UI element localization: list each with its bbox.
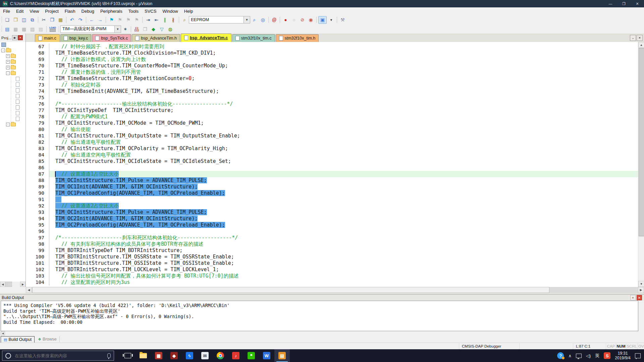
scroll-down-icon[interactable]: ▼: [638, 281, 644, 287]
undo-icon[interactable]: ↶: [68, 16, 76, 23]
project-tree-row[interactable]: [0, 42, 25, 48]
code-line[interactable]: 94TIM_OC2Init(ADVANCE_TIM, &TIM_OCInitSt…: [26, 216, 638, 222]
code-line[interactable]: 79TIM_OCInitStructure.TIM_OCMode = TIM_O…: [26, 120, 638, 126]
menu-item-debug[interactable]: Debug: [78, 7, 97, 15]
tab-close-button[interactable]: ✕: [637, 35, 643, 41]
taskbar-search-box[interactable]: [2, 351, 114, 361]
code-line[interactable]: 74TIM_TimeBaseInit(ADVANCE_TIM, &TIM_Tim…: [26, 88, 638, 95]
code-line[interactable]: 92 // 设置通道2占空比大小: [26, 203, 638, 209]
scroll-left-icon[interactable]: ◀: [26, 287, 32, 293]
project-panel-close-button[interactable]: ✕: [18, 35, 23, 40]
output-tab-browse[interactable]: ❖Browse: [35, 336, 60, 342]
target-select-combobox[interactable]: TIM—高级定时器-PWM: [60, 25, 115, 33]
chrome-icon[interactable]: [213, 349, 228, 362]
stop-build-icon[interactable]: ▧: [37, 25, 45, 33]
code-line[interactable]: 77TIM_OCInitTypeDef TIM_OCInitStructure;: [26, 107, 638, 114]
code-line[interactable]: 78 // 配置为PWM模式1: [26, 114, 638, 120]
close-button[interactable]: ✕: [631, 0, 644, 7]
question-mark-tray-icon[interactable]: ?: [557, 352, 564, 359]
build-output-vertical-scrollbar[interactable]: [639, 301, 643, 331]
disable-all-breakpoints-icon[interactable]: ⊘: [299, 16, 306, 23]
code-line[interactable]: 86: [26, 165, 638, 171]
find-in-files-icon[interactable]: ⌕: [181, 16, 189, 23]
project-tree-row[interactable]: +: [0, 53, 25, 59]
project-tree-row[interactable]: [0, 76, 25, 82]
save-all-icon[interactable]: ⧉: [29, 16, 36, 23]
code-line[interactable]: 69 // 计数器计数模式，设置为向上计数: [26, 56, 638, 63]
batch-build-icon[interactable]: ▨: [29, 25, 36, 33]
manage-run-time-environment-icon[interactable]: ◆: [150, 25, 157, 33]
menu-item-help[interactable]: Help: [181, 7, 196, 15]
app-red-icon[interactable]: ▦: [151, 349, 166, 362]
speaker-icon[interactable]: ◁): [586, 353, 591, 358]
menu-item-flash[interactable]: Flash: [62, 7, 78, 15]
active-app-icon[interactable]: ▤: [274, 349, 290, 362]
menu-item-view[interactable]: View: [26, 7, 42, 15]
tab-bsp_key.c[interactable]: bsp_key.c: [60, 34, 91, 42]
project-tree-row[interactable]: +: [0, 59, 25, 65]
code-line[interactable]: 89TIM_OC1Init(ADVANCE_TIM, &TIM_OCInitSt…: [26, 184, 638, 190]
collapse-minus-icon[interactable]: -: [6, 123, 10, 126]
output-tab-build-output[interactable]: ▤Build Output: [1, 336, 35, 343]
scroll-left-icon[interactable]: ◀: [0, 282, 5, 287]
code-line[interactable]: 96: [26, 228, 638, 235]
code-line[interactable]: 93TIM_OCInitStructure.TIM_Pulse = ADVANC…: [26, 209, 638, 216]
code-line[interactable]: 72TIM_TimeBaseStructure.TIM_RepetitionCo…: [26, 75, 638, 82]
minimize-button[interactable]: —: [604, 0, 617, 7]
editor-vertical-scrollbar[interactable]: ▲ ▼: [638, 42, 644, 287]
project-tree-row[interactable]: -: [0, 48, 25, 53]
build-output-log[interactable]: *** Using Compiler 'V5.06 update 4 (buil…: [1, 301, 638, 331]
code-line[interactable]: 85TIM_OCInitStructure.TIM_OCIdleState = …: [26, 158, 638, 165]
tab-main.c[interactable]: main.c: [35, 34, 60, 42]
code-line[interactable]: 97/*--------------------刹车和死区结构体初始化-----…: [26, 235, 638, 241]
editor-vscroll-thumb[interactable]: [639, 48, 644, 236]
code-line[interactable]: 80 // 输出使能: [26, 126, 638, 133]
configure-wrench-icon[interactable]: ⚒: [339, 16, 346, 23]
project-tree-row[interactable]: [0, 87, 25, 93]
task-view-icon[interactable]: [120, 349, 136, 362]
code-line[interactable]: 104 // 这里配置的死区时间为3us: [26, 279, 638, 286]
code-line[interactable]: 88TIM_OCInitStructure.TIM_Pulse = ADVANC…: [26, 177, 638, 184]
build-icon[interactable]: ▦: [12, 25, 19, 33]
tab-list-dropdown-button[interactable]: ⌄: [630, 35, 636, 41]
pin-icon[interactable]: +: [630, 295, 636, 300]
code-line[interactable]: 98 // 有关刹车和死区结构体的成员具体可参考BDTR寄存器的描述: [26, 241, 638, 247]
code-editor[interactable]: 67 // 时钟分频因子 ，配置死区时间时需要用到68TIM_TimeBaseS…: [26, 42, 638, 287]
new-file-icon[interactable]: ❏: [3, 16, 11, 23]
project-tree-row[interactable]: +: [0, 65, 25, 70]
save-icon[interactable]: ◫: [20, 16, 28, 23]
project-tree-row[interactable]: [0, 116, 25, 122]
scroll-right-icon[interactable]: ▶: [20, 282, 25, 287]
expand-plus-icon[interactable]: +: [6, 54, 10, 58]
mail-icon[interactable]: ✉: [197, 349, 213, 362]
code-line[interactable]: 90TIM_OC1PreloadConfig(ADVANCE_TIM, TIM_…: [26, 190, 638, 196]
collapse-minus-icon[interactable]: -: [1, 49, 5, 52]
tab-stm32f10x_tim.c[interactable]: stm32f10x_tim.c: [232, 34, 275, 42]
code-line[interactable]: 83TIM_OCInitStructure.TIM_OCPolarity = T…: [26, 145, 638, 152]
taskbar-clock[interactable]: 19:31 2019/9/4: [615, 351, 631, 360]
menu-item-edit[interactable]: Edit: [13, 7, 26, 15]
menu-item-svcs[interactable]: SVCS: [142, 7, 159, 15]
project-tree-row[interactable]: -: [0, 70, 25, 76]
editor-hscroll-thumb[interactable]: [32, 287, 549, 293]
code-line[interactable]: 103 // 输出比较信号死区时间配置，具体如何计算可参考 BDTR:UTG[7…: [26, 273, 638, 279]
project-panel-menu-button[interactable]: ▣: [12, 35, 17, 40]
microphone-icon[interactable]: [107, 353, 111, 358]
insert-breakpoint-icon[interactable]: ●: [282, 16, 289, 23]
code-line[interactable]: 99TIM_BDTRInitTypeDef TIM_BDTRInitStruct…: [26, 247, 638, 254]
code-line[interactable]: 81TIM_OCInitStructure.TIM_OutputState = …: [26, 133, 638, 139]
rebuild-all-icon[interactable]: ▩: [20, 25, 28, 33]
thunder-icon[interactable]: ϟ: [182, 349, 197, 362]
menu-item-project[interactable]: Project: [42, 7, 61, 15]
close-icon[interactable]: ✕: [637, 295, 642, 300]
code-line[interactable]: 102TIM_BDTRInitStructure.TIM_LOCKLevel =…: [26, 266, 638, 273]
cut-icon[interactable]: ✂: [40, 16, 48, 23]
debug-windows-icon[interactable]: ▣: [318, 16, 327, 24]
menu-item-window[interactable]: Window: [159, 7, 181, 15]
search-combobox-dropdown[interactable]: ▼: [244, 16, 250, 23]
project-tree-row[interactable]: [0, 82, 25, 87]
tray-expand-chevron-icon[interactable]: ∧: [568, 353, 572, 358]
menu-item-peripherals[interactable]: Peripherals: [97, 7, 125, 15]
bookmark-prev-icon[interactable]: ⚑: [116, 16, 124, 23]
code-line[interactable]: 70TIM_TimeBaseStructure.TIM_CounterMode=…: [26, 63, 638, 69]
